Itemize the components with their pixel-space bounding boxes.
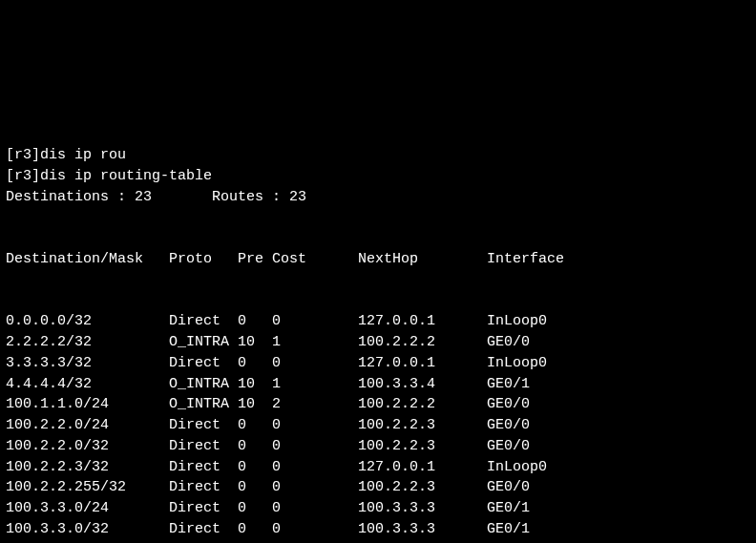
table-row: 100.3.3.3/32 Direct 0 0 127.0.0.1 InLoop… — [6, 540, 750, 544]
table-row: 100.2.2.255/32 Direct 0 0 100.2.2.3 GE0/… — [6, 477, 750, 498]
table-row: 100.2.2.3/32 Direct 0 0 127.0.0.1 InLoop… — [6, 457, 750, 478]
table-row: 100.2.2.0/24 Direct 0 0 100.2.2.3 GE0/0 — [6, 415, 750, 436]
table-body: 0.0.0.0/32 Direct 0 0 127.0.0.1 InLoop02… — [6, 311, 750, 543]
table-row: 100.3.3.0/24 Direct 0 0 100.3.3.3 GE0/1 — [6, 498, 750, 519]
header-line: Destinations : 23 Routes : 23 — [6, 187, 750, 208]
table-row: 2.2.2.2/32 O_INTRA 10 1 100.2.2.2 GE0/0 — [6, 332, 750, 353]
table-row: 100.1.1.0/24 O_INTRA 10 2 100.2.2.2 GE0/… — [6, 394, 750, 415]
table-row: 100.3.3.0/32 Direct 0 0 100.3.3.3 GE0/1 — [6, 519, 750, 540]
table-column-header: Destination/Mask Proto Pre Cost NextHop … — [6, 249, 750, 270]
header-line: [r3]dis ip rou — [6, 145, 750, 166]
header-line: [r3]dis ip routing-table — [6, 166, 750, 187]
terminal-output[interactable]: [r3]dis ip rou[r3]dis ip routing-tableDe… — [0, 104, 756, 543]
table-row: 3.3.3.3/32 Direct 0 0 127.0.0.1 InLoop0 — [6, 353, 750, 374]
table-row: 100.2.2.0/32 Direct 0 0 100.2.2.3 GE0/0 — [6, 436, 750, 457]
command-header-block: [r3]dis ip rou[r3]dis ip routing-tableDe… — [6, 145, 750, 207]
table-row: 0.0.0.0/32 Direct 0 0 127.0.0.1 InLoop0 — [6, 311, 750, 332]
table-row: 4.4.4.4/32 O_INTRA 10 1 100.3.3.4 GE0/1 — [6, 374, 750, 395]
